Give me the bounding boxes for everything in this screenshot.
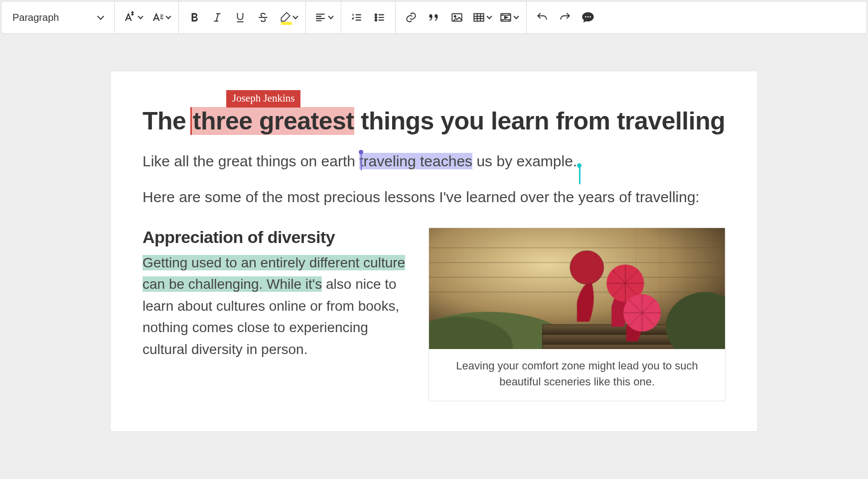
svg-point-0 (375, 14, 377, 15)
document-page[interactable]: Joseph Jenkins The three greatest things… (110, 71, 758, 432)
format-group (179, 1, 306, 33)
heading-2[interactable]: Appreciation of diversity (143, 228, 411, 247)
user2-selection: traveling teaches (359, 153, 472, 169)
font-family-icon (150, 10, 164, 24)
comment-button[interactable] (577, 6, 599, 29)
undo-icon (536, 11, 549, 24)
paragraph[interactable]: Like all the great things on earth trave… (143, 151, 725, 172)
paragraph-style-label: Paragraph (12, 12, 59, 23)
svg-point-7 (585, 16, 586, 17)
style-group: Paragraph (1, 1, 115, 33)
user1-selection: three greatest (190, 107, 354, 135)
ordered-list-button[interactable] (345, 6, 368, 29)
column-left: Appreciation of diversity Getting used t… (143, 228, 411, 401)
paragraph-text: Like all the great things on earth (143, 153, 359, 169)
svg-point-9 (589, 16, 591, 17)
link-icon (405, 11, 418, 24)
svg-point-2 (375, 19, 377, 21)
blockquote-button[interactable] (423, 6, 445, 29)
image-figure[interactable]: Leaving your comfort zone might lead you… (429, 228, 725, 401)
table-icon (472, 11, 485, 24)
heading-text: things you learn from travelling (354, 107, 725, 135)
unordered-list-button[interactable] (368, 6, 391, 29)
editor-canvas: Joseph Jenkins The three greatest things… (0, 34, 868, 432)
chevron-down-icon (292, 13, 298, 19)
redo-icon (559, 11, 572, 24)
chevron-down-icon (138, 13, 143, 19)
marker-button[interactable] (275, 6, 301, 29)
media-button[interactable] (495, 6, 522, 29)
chevron-down-icon (328, 13, 333, 19)
chevron-down-icon (513, 13, 519, 19)
caption-text: Leaving your comfort zone might lead you… (456, 359, 698, 388)
italic-button[interactable] (206, 6, 229, 29)
paragraph-text: Here are some of the most precious lesso… (143, 189, 700, 205)
history-group (527, 1, 603, 33)
bold-button[interactable] (183, 6, 206, 29)
svg-point-1 (375, 16, 377, 18)
strikethrough-button[interactable] (252, 6, 275, 29)
svg-point-4 (454, 15, 456, 17)
list-group (341, 1, 396, 33)
user-presence-flag: Joseph Jenkins (226, 90, 300, 108)
link-button[interactable] (400, 6, 423, 29)
font-group (115, 1, 179, 33)
heading-selected-text: three greatest (193, 107, 354, 135)
editor-toolbar: Paragraph (1, 1, 867, 34)
undo-button[interactable] (531, 6, 554, 29)
svg-point-8 (587, 16, 589, 17)
column-right: Leaving your comfort zone might lead you… (429, 228, 725, 401)
content-image (429, 228, 725, 349)
underline-button[interactable] (229, 6, 252, 29)
chevron-down-icon (165, 13, 171, 19)
align-group (306, 1, 341, 33)
unordered-list-icon (373, 11, 386, 24)
paragraph-text: us by example. (472, 153, 577, 169)
heading-text: The (143, 107, 193, 135)
chevron-down-icon (486, 13, 492, 19)
align-button[interactable] (310, 6, 337, 29)
paragraph[interactable]: Here are some of the most precious lesso… (143, 187, 725, 208)
paragraph-style-dropdown[interactable]: Paragraph (5, 12, 110, 23)
image-caption[interactable]: Leaving your comfort zone might lead you… (429, 349, 725, 401)
image-icon (450, 11, 463, 24)
align-left-icon (314, 11, 327, 24)
font-family-button[interactable] (146, 6, 174, 29)
ordered-list-icon (350, 11, 363, 24)
chevron-down-icon (97, 13, 104, 20)
bold-icon (188, 11, 201, 24)
comment-icon (581, 10, 595, 24)
heading-1[interactable]: The three greatest things you learn from… (143, 106, 725, 136)
image-button[interactable] (445, 6, 468, 29)
font-size-button[interactable] (119, 6, 146, 29)
user-presence-name: Joseph Jenkins (232, 92, 294, 104)
paragraph[interactable]: Getting used to an entirely different cu… (143, 252, 411, 360)
two-column-layout: Appreciation of diversity Getting used t… (143, 228, 725, 401)
insert-group (396, 1, 527, 33)
paragraph-selected-text: traveling teaches (359, 153, 472, 169)
table-button[interactable] (468, 6, 495, 29)
font-size-icon (123, 10, 137, 24)
media-icon (499, 11, 512, 24)
redo-button[interactable] (554, 6, 577, 29)
svg-rect-5 (474, 13, 484, 21)
italic-icon (211, 11, 224, 24)
underline-icon (234, 11, 247, 24)
heading-text: Appreciation of diversity (143, 228, 335, 246)
strikethrough-icon (257, 11, 270, 24)
quote-icon (428, 11, 440, 24)
